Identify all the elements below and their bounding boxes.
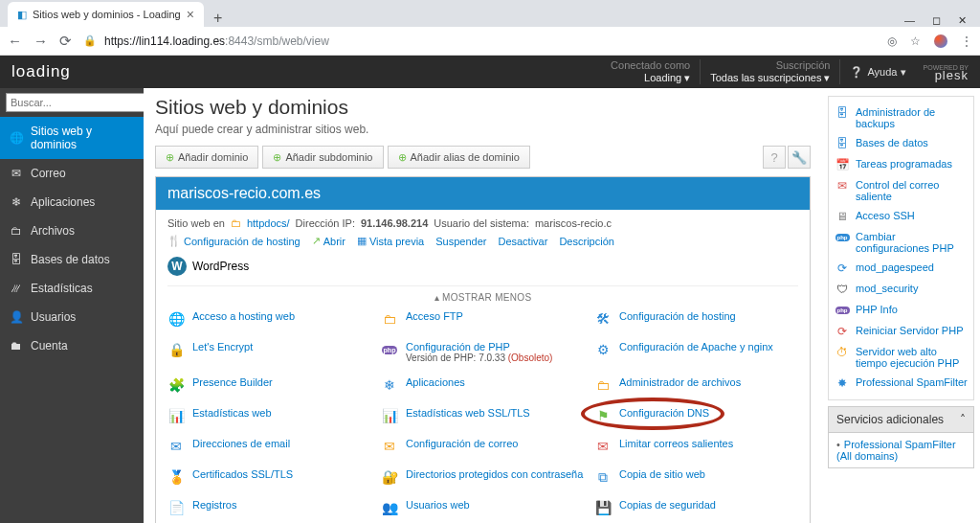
- tool-icon: 🔐: [381, 468, 398, 486]
- right-tool-link[interactable]: Servidor web alto tiempo ejecución PHP: [856, 346, 968, 369]
- tool-link[interactable]: Copia de sitio web: [619, 468, 705, 480]
- right-tool-link[interactable]: Professional SpamFilter: [856, 376, 968, 388]
- settings-icon[interactable]: 🔧: [788, 146, 811, 169]
- right-tool-link[interactable]: mod_pagespeed: [856, 262, 934, 273]
- address-bar[interactable]: 🔒 https://lin114.loading.es:8443/smb/web…: [83, 34, 876, 48]
- preview-link[interactable]: ▦Vista previa: [357, 235, 424, 247]
- tool-subtext: Versión de PHP: 7.0.33 (Obsoleto): [406, 352, 552, 363]
- add-domain-button[interactable]: ⊕Añadir dominio: [155, 146, 258, 169]
- tool-link[interactable]: Administrador de archivos: [619, 376, 741, 388]
- help-icon[interactable]: ?: [763, 146, 786, 169]
- tool-item: ❄Aplicaciones: [381, 376, 585, 394]
- star-icon[interactable]: ☆: [910, 34, 921, 48]
- domain-name: mariscos-recio.com.es: [156, 177, 810, 210]
- search-input[interactable]: [6, 93, 147, 112]
- app-header: loading Conectado como Loading ▾ Suscrip…: [0, 56, 980, 88]
- sidebar-icon: ❄: [10, 195, 23, 209]
- right-tool-item: ✸Professional SpamFilter: [835, 373, 968, 394]
- right-tool-link[interactable]: Cambiar configuraciones PHP: [856, 231, 968, 254]
- sidebar-item[interactable]: 👤Usuarios: [0, 303, 144, 331]
- right-tool-item: ⟳Reiniciar Servidor PHP: [835, 321, 968, 342]
- disable-link[interactable]: Desactivar: [498, 235, 547, 247]
- tools-grid: 🌐Acceso a hosting web🗀Acceso FTP🛠Configu…: [167, 310, 798, 516]
- tool-icon: 🔒: [167, 341, 185, 358]
- sidebar-item[interactable]: 🗄Bases de datos: [0, 245, 144, 274]
- menu-icon[interactable]: ⋮: [961, 34, 972, 48]
- url-host: https://lin114.loading.es: [104, 34, 225, 48]
- extra-service-link[interactable]: Professional SpamFilter (All domains): [836, 439, 956, 462]
- tool-link[interactable]: Configuración de PHP: [406, 341, 510, 352]
- profile-avatar[interactable]: [934, 34, 947, 48]
- tool-link[interactable]: Acceso a hosting web: [192, 310, 295, 322]
- sidebar-item[interactable]: ⫻Estadísticas: [0, 274, 144, 303]
- tool-link[interactable]: Certificados SSL/TLS: [192, 468, 293, 480]
- right-tool-item: 🗄Administrador de backups: [835, 102, 968, 133]
- header-user-block[interactable]: Conectado como Loading ▾: [601, 59, 701, 84]
- tool-link[interactable]: Let's Encrypt: [192, 341, 253, 352]
- add-subdomain-button[interactable]: ⊕Añadir subdominio: [262, 146, 383, 169]
- tool-link[interactable]: Configuración DNS: [619, 407, 709, 419]
- tool-link[interactable]: Registros: [192, 499, 236, 511]
- header-subscription-block[interactable]: Suscripción Todas las suscripciones ▾: [701, 59, 840, 84]
- wordpress-link[interactable]: WordPress: [192, 260, 249, 273]
- qr-icon[interactable]: ◎: [887, 34, 897, 48]
- description-link[interactable]: Descripción: [559, 235, 613, 247]
- tool-item: 📄Registros: [167, 499, 371, 516]
- tool-icon: ⏱: [835, 346, 850, 359]
- sidebar-icon: 🖿: [10, 339, 23, 352]
- extra-services-header[interactable]: Servicios adicionales ˄: [828, 406, 974, 432]
- tool-link[interactable]: Usuarios web: [406, 499, 470, 511]
- tool-item: ✉Configuración de correo: [381, 438, 585, 455]
- close-window-icon[interactable]: ✕: [958, 14, 967, 27]
- tool-link[interactable]: Directorios protegidos con contraseña: [406, 468, 583, 480]
- tool-link[interactable]: Direcciones de email: [192, 438, 290, 449]
- reload-icon[interactable]: ⟳: [59, 33, 72, 50]
- back-icon[interactable]: ←: [8, 33, 22, 49]
- tool-icon: 🗀: [381, 310, 398, 328]
- right-tool-link[interactable]: mod_security: [856, 283, 918, 294]
- tool-link[interactable]: Configuración de Apache y nginx: [619, 341, 773, 352]
- new-tab-button[interactable]: +: [204, 10, 232, 27]
- right-tool-link[interactable]: Acceso SSH: [856, 210, 915, 221]
- right-tool-link[interactable]: PHP Info: [856, 304, 898, 315]
- help-menu[interactable]: ❔ Ayuda ▾: [840, 66, 915, 79]
- tool-link[interactable]: Copias de seguridad: [619, 499, 716, 511]
- sidebar-item[interactable]: ✉Correo: [0, 159, 144, 188]
- browser-tab[interactable]: ◧ Sitios web y dominios - Loading ×: [8, 2, 204, 27]
- sidebar-item[interactable]: 🖿Cuenta: [0, 331, 144, 360]
- right-tool-item: 📅Tareas programadas: [835, 154, 968, 175]
- tool-icon: 🌐: [167, 310, 185, 328]
- tool-link[interactable]: Limitar correos salientes: [619, 438, 733, 449]
- minimize-icon[interactable]: —: [904, 14, 915, 27]
- tool-link[interactable]: Configuración de correo: [406, 438, 518, 449]
- maximize-icon[interactable]: ◻: [932, 14, 941, 27]
- sidebar-item[interactable]: ❄Aplicaciones: [0, 188, 144, 216]
- sidebar-item[interactable]: 🌐Sitios web y dominios: [0, 117, 144, 159]
- extra-services-list: •Professional SpamFilter (All domains): [828, 432, 974, 468]
- tool-link[interactable]: Estadísticas web SSL/TLS: [406, 407, 530, 419]
- suspend-link[interactable]: Suspender: [435, 235, 486, 247]
- tool-link[interactable]: Configuración de hosting: [619, 310, 736, 322]
- right-tool-link[interactable]: Bases de datos: [856, 137, 928, 148]
- right-tool-link[interactable]: Control del correo saliente: [856, 179, 968, 202]
- sidebar-label: Estadísticas: [31, 282, 93, 295]
- sidebar-label: Sitios web y dominios: [31, 125, 134, 151]
- hosting-config-link[interactable]: 🍴Configuración de hosting: [167, 235, 301, 247]
- tool-icon: 💾: [594, 499, 612, 516]
- sidebar-item[interactable]: 🗀Archivos: [0, 216, 144, 245]
- open-link[interactable]: ↗Abrir: [312, 235, 345, 247]
- tool-link[interactable]: Acceso FTP: [406, 310, 463, 322]
- tool-link[interactable]: Estadísticas web: [192, 407, 272, 419]
- show-less-toggle[interactable]: ▴ MOSTRAR MENOS: [167, 285, 798, 303]
- tool-icon: ⚙: [594, 341, 612, 358]
- httpdocs-link[interactable]: httpdocs/: [247, 217, 290, 229]
- tool-icon: 🛠: [594, 310, 612, 328]
- right-tool-link[interactable]: Administrador de backups: [856, 106, 968, 129]
- right-tool-link[interactable]: Tareas programadas: [856, 158, 952, 170]
- tool-link[interactable]: Presence Builder: [192, 376, 273, 388]
- add-alias-button[interactable]: ⊕Añadir alias de dominio: [388, 146, 530, 169]
- right-tool-link[interactable]: Reiniciar Servidor PHP: [856, 325, 963, 336]
- tool-link[interactable]: Aplicaciones: [406, 376, 465, 388]
- close-icon[interactable]: ×: [187, 7, 194, 22]
- forward-icon[interactable]: →: [33, 33, 48, 49]
